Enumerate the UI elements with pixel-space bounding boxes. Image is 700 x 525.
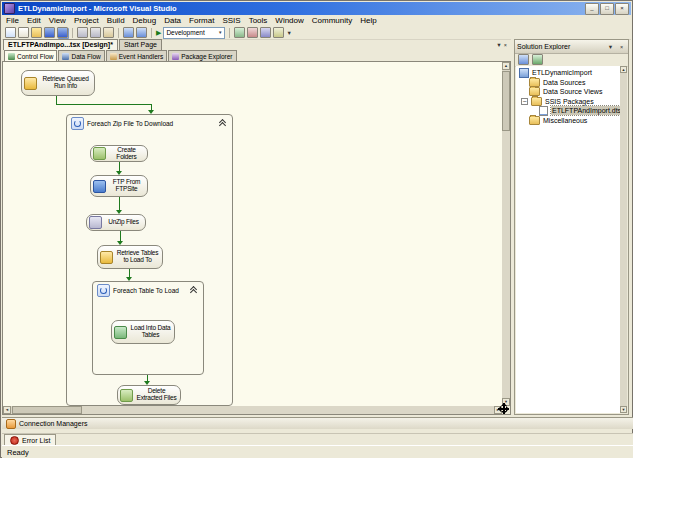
precedence-connector[interactable] — [120, 231, 121, 241]
canvas-vertical-scrollbar[interactable]: ▲ ▼ — [502, 62, 510, 406]
task-label: Retrieve Tables to Load To — [115, 250, 160, 264]
task-ftp-from-ftpsite[interactable]: FTP From FTPSite — [90, 175, 148, 197]
menu-view[interactable]: View — [45, 15, 70, 26]
solution-tree: ETLDynamicImport Data Sources Data Sourc… — [516, 66, 620, 413]
task-load-into-data-tables[interactable]: Load Into Data Tables — [111, 320, 175, 344]
open-file-icon[interactable] — [31, 27, 42, 38]
tree-item-miscellaneous[interactable]: Miscellaneous — [516, 116, 620, 126]
tab-start-page[interactable]: Start Page — [119, 39, 162, 50]
cut-icon[interactable] — [77, 27, 88, 38]
tree-vertical-scrollbar[interactable]: ▲ ▼ — [620, 66, 627, 413]
unzip-task-icon — [89, 216, 102, 229]
task-unzip-files[interactable]: UnZip Files — [86, 214, 146, 231]
tree-item-label: SSIS Packages — [545, 97, 594, 106]
tablist-dropdown-icon[interactable]: ▼ — [496, 40, 501, 50]
scroll-up-icon[interactable]: ▲ — [620, 66, 627, 73]
collapse-container-button[interactable] — [216, 119, 228, 129]
file-system-task-icon — [93, 147, 106, 160]
save-icon[interactable] — [44, 27, 55, 38]
folder-icon — [529, 116, 540, 125]
menu-project[interactable]: Project — [70, 15, 103, 26]
solution-configurations-combo[interactable]: Development ▼ — [163, 27, 225, 39]
scrollbar-thumb[interactable] — [12, 406, 82, 414]
container-label: Foreach Table To Load — [113, 287, 184, 294]
event-handlers-icon — [110, 53, 117, 60]
paste-icon[interactable] — [103, 27, 114, 38]
close-button[interactable]: × — [615, 3, 629, 15]
minimize-button[interactable]: _ — [585, 3, 599, 15]
precedence-connector[interactable] — [56, 96, 57, 104]
precedence-connector[interactable] — [119, 197, 120, 210]
menu-debug[interactable]: Debug — [129, 15, 161, 26]
new-project-icon[interactable] — [5, 27, 16, 38]
solution-explorer-header[interactable]: Solution Explorer ▼ × — [515, 40, 628, 54]
menu-edit[interactable]: Edit — [23, 15, 45, 26]
redo-icon[interactable] — [136, 27, 147, 38]
properties-icon[interactable] — [518, 54, 529, 65]
file-system-task-icon — [120, 389, 133, 402]
menubar: File Edit View Project Build Debug Data … — [2, 15, 631, 26]
task-label: Delete Extracted Files — [135, 388, 178, 402]
precedence-connector[interactable] — [129, 269, 130, 277]
menu-build[interactable]: Build — [103, 15, 129, 26]
task-label: Retrieve Queued Run Info — [39, 76, 92, 90]
menu-data[interactable]: Data — [160, 15, 185, 26]
connection-managers-bar[interactable]: Connection Managers — [2, 417, 633, 429]
close-panel-icon[interactable]: × — [617, 44, 626, 50]
toolbar-extra-icon-4[interactable] — [273, 27, 284, 38]
window-position-icon[interactable]: ▼ — [606, 44, 615, 50]
refresh-icon[interactable] — [532, 54, 543, 65]
copy-icon[interactable] — [90, 27, 101, 38]
maximize-button[interactable]: □ — [600, 3, 614, 15]
collapse-node-icon[interactable]: − — [521, 98, 528, 105]
tab-package-design[interactable]: ETLFTPAndImpo...tsx [Design]* — [3, 39, 118, 50]
precedence-connector[interactable] — [119, 162, 120, 171]
scrollbar-thumb[interactable] — [502, 71, 510, 131]
menu-ssis[interactable]: SSIS — [218, 15, 244, 26]
container-foreach-zip-file[interactable]: Foreach Zip File To Download Create Fold… — [66, 114, 233, 406]
menu-window[interactable]: Window — [271, 15, 307, 26]
task-label: Create Folders — [108, 147, 145, 161]
menu-community[interactable]: Community — [308, 15, 356, 26]
menu-help[interactable]: Help — [356, 15, 380, 26]
collapse-container-button[interactable] — [187, 286, 199, 296]
tab-data-flow-label: Data Flow — [71, 53, 100, 60]
add-item-icon[interactable] — [18, 27, 29, 38]
close-document-icon[interactable]: × — [504, 40, 507, 50]
package-file-icon — [539, 106, 548, 116]
start-debugging-icon[interactable]: ▶ — [156, 28, 161, 37]
visual-studio-window: ETLDynamicImport - Microsoft Visual Stud… — [0, 0, 633, 458]
menu-file[interactable]: File — [2, 15, 23, 26]
toolbar-extra-icon-3[interactable] — [260, 27, 271, 38]
tree-item-ssis-packages[interactable]: − SSIS Packages — [516, 97, 620, 107]
scroll-left-icon[interactable]: ◄ — [3, 406, 11, 414]
toolbar-extra-icon-2[interactable] — [247, 27, 258, 38]
menu-tools[interactable]: Tools — [245, 15, 272, 26]
undo-icon[interactable] — [123, 27, 134, 38]
scroll-down-icon[interactable]: ▼ — [620, 406, 627, 413]
toolbar-separator — [72, 28, 73, 38]
task-create-folders[interactable]: Create Folders — [90, 145, 148, 162]
menu-format[interactable]: Format — [185, 15, 218, 26]
tab-data-flow[interactable]: Data Flow — [58, 50, 104, 61]
task-retrieve-tables-to-load[interactable]: Retrieve Tables to Load To — [97, 245, 163, 269]
tab-control-flow[interactable]: Control Flow — [4, 50, 57, 61]
save-all-icon[interactable] — [57, 27, 68, 38]
toolbar-options-icon[interactable]: ▼ — [286, 28, 291, 38]
container-header: Foreach Zip File To Download — [67, 115, 232, 132]
precedence-connector[interactable] — [56, 104, 152, 105]
container-foreach-table[interactable]: Foreach Table To Load Load Into Data Tab… — [92, 281, 204, 375]
tabstrip-buttons: ▼ × — [496, 40, 510, 50]
toolbar-separator — [229, 28, 230, 38]
tab-event-handlers[interactable]: Event Handlers — [106, 50, 167, 61]
toolbar-extra-icon-1[interactable] — [234, 27, 245, 38]
task-delete-extracted-files[interactable]: Delete Extracted Files — [117, 385, 181, 405]
error-list-label: Error List — [22, 437, 50, 444]
task-retrieve-queued-run-info[interactable]: Retrieve Queued Run Info — [21, 70, 95, 96]
control-flow-canvas[interactable]: Retrieve Queued Run Info Foreach Zip Fil… — [3, 62, 502, 406]
scroll-up-icon[interactable]: ▲ — [502, 62, 510, 70]
standard-toolbar: ▶ Development ▼ ▼ — [2, 26, 631, 40]
error-icon — [10, 436, 19, 445]
tab-package-explorer[interactable]: Package Explorer — [168, 50, 236, 61]
canvas-horizontal-scrollbar[interactable]: ◄ ► — [3, 406, 502, 414]
